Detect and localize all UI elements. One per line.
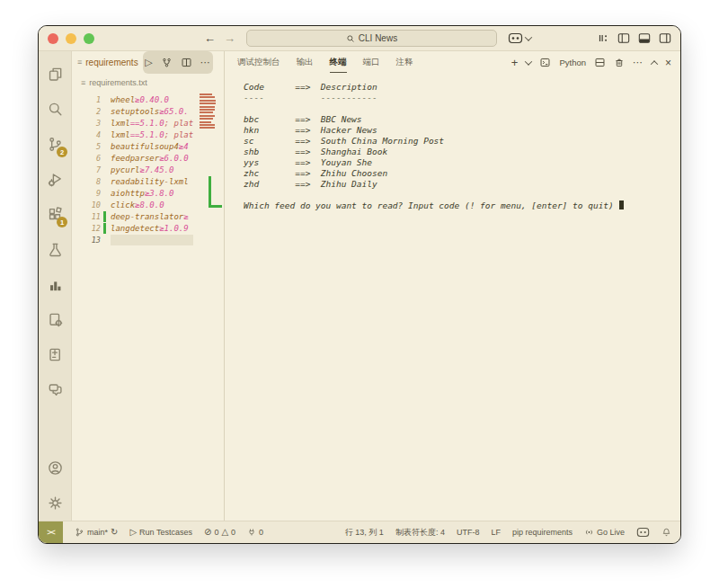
line-number[interactable]: 7	[72, 165, 101, 174]
warnings-count: 0	[231, 528, 235, 537]
more-actions-icon[interactable]: ⋯	[200, 58, 211, 67]
close-window-button[interactable]	[48, 33, 58, 44]
panel-more-actions-icon[interactable]: ⋯	[633, 58, 644, 67]
comments-icon[interactable]	[41, 372, 68, 407]
line-number[interactable]: 11	[72, 212, 101, 221]
line-number[interactable]: 12	[72, 224, 101, 233]
run-file-button[interactable]: ▷	[145, 58, 152, 67]
titlebar: ← → CLI News	[39, 26, 680, 51]
git-change-indicator	[103, 165, 106, 175]
code-text: lxml==5.1.0; plat	[111, 118, 193, 129]
run-testcases-label: Run Testcases	[139, 528, 192, 537]
vscode-window: ← → CLI News	[38, 25, 681, 544]
nav-forward-button[interactable]: →	[224, 31, 235, 45]
plug-icon	[247, 527, 256, 538]
testing-beaker-icon[interactable]	[41, 232, 68, 267]
code-text: lxml==5.1.0; plat	[111, 129, 193, 140]
file-gear-icon[interactable]	[41, 302, 68, 337]
minimap[interactable]	[198, 92, 221, 521]
code-text: wheel≥0.40.0	[111, 94, 193, 105]
minimap-mark	[200, 121, 211, 123]
encoding-item[interactable]: UTF-8	[457, 528, 480, 537]
terminal-output[interactable]: Code ==> Description ---- ----------- bb…	[244, 82, 680, 211]
problems-item[interactable]: ⊘ 0 △ 0	[204, 528, 235, 537]
code-editor[interactable]: 1wheel≥0.40.02setuptools≥65.0.3lxml==5.1…	[72, 92, 224, 521]
go-live-item[interactable]: Go Live	[584, 527, 625, 538]
extensions-icon[interactable]: 1	[41, 197, 68, 232]
tab-size-item[interactable]: 制表符长度: 4	[395, 527, 445, 539]
remote-indicator[interactable]: ><	[39, 521, 63, 543]
file-plus-icon[interactable]	[41, 337, 68, 372]
source-control-icon[interactable]: 2	[41, 127, 68, 162]
explorer-icon[interactable]	[41, 57, 68, 92]
line-number[interactable]: 2	[72, 107, 101, 116]
ports-count: 0	[259, 528, 263, 537]
copilot-status-item[interactable]	[636, 527, 650, 538]
errors-icon: ⊘	[204, 528, 211, 537]
play-icon: ▷	[129, 528, 137, 537]
branch-status-item[interactable]: main* ↻	[75, 527, 118, 538]
sync-icon[interactable]: ↻	[111, 528, 118, 537]
tab-requirements[interactable]: ≡ requirements	[72, 51, 143, 74]
breadcrumb-filename: requirements.txt	[89, 78, 147, 87]
toggle-primary-sidebar-icon[interactable]	[617, 32, 630, 44]
minimap-mark	[200, 94, 212, 95]
toggle-secondary-sidebar-icon[interactable]	[659, 32, 671, 44]
account-icon[interactable]	[41, 450, 68, 486]
run-testcases-item[interactable]: ▷ Run Testcases	[129, 528, 192, 537]
notifications-item[interactable]	[661, 527, 671, 538]
search-icon	[346, 34, 355, 43]
terminal-dropdown-chevron-icon[interactable]	[525, 58, 532, 65]
git-change-indicator	[103, 223, 106, 234]
branch-fork-icon[interactable]	[161, 57, 173, 68]
desktop: { "titlebar": { "search_text": "CLI News…	[0, 0, 719, 588]
line-number[interactable]: 13	[72, 236, 101, 245]
panel-tab[interactable]: 注释	[396, 52, 413, 73]
minimap-mark	[200, 96, 215, 98]
customize-layout-icon[interactable]	[597, 32, 609, 44]
panel-tab[interactable]: 端口	[363, 52, 380, 73]
search-sidebar-icon[interactable]	[41, 92, 68, 127]
breadcrumb[interactable]: ≡ requirements.txt	[72, 74, 224, 92]
copilot-menu-button[interactable]	[508, 32, 531, 44]
line-number[interactable]: 3	[72, 119, 101, 128]
panel-tab[interactable]: 终端	[330, 52, 347, 73]
line-number[interactable]: 5	[72, 142, 101, 151]
split-terminal-icon[interactable]	[594, 57, 606, 68]
minimize-window-button[interactable]	[66, 33, 76, 44]
eol-item[interactable]: LF	[491, 528, 501, 537]
nav-back-button[interactable]: ←	[204, 31, 216, 45]
line-number[interactable]: 8	[72, 177, 101, 186]
ports-item[interactable]: 0	[247, 527, 263, 538]
kill-terminal-trash-icon[interactable]	[614, 57, 625, 68]
new-terminal-button[interactable]: +	[511, 57, 519, 68]
scm-badge: 2	[57, 147, 67, 157]
split-editor-icon[interactable]	[181, 57, 192, 68]
git-change-indicator	[103, 129, 106, 140]
bar-chart-icon[interactable]	[41, 267, 68, 302]
terminal-panel: 调试控制台输出终端端口注释 + Python ⋯ × Code ==> Desc…	[225, 51, 680, 521]
line-number[interactable]: 10	[72, 200, 101, 209]
shell-label[interactable]: Python	[559, 58, 586, 67]
settings-gear-icon[interactable]	[41, 486, 68, 521]
language-mode-item[interactable]: pip requirements	[512, 528, 573, 537]
minimap-mark	[200, 124, 215, 126]
toggle-panel-icon[interactable]	[638, 32, 651, 44]
terminal-content[interactable]: Code ==> Description ---- ----------- bb…	[225, 74, 680, 521]
zoom-window-button[interactable]	[84, 33, 94, 44]
panel-tab[interactable]: 输出	[297, 52, 314, 73]
maximize-panel-chevron-icon[interactable]	[651, 60, 658, 67]
run-debug-icon[interactable]	[41, 162, 68, 197]
line-number[interactable]: 6	[72, 154, 101, 163]
line-number[interactable]: 1	[72, 95, 101, 104]
line-number[interactable]: 4	[72, 130, 101, 139]
branch-name: main*	[87, 528, 108, 537]
git-change-indicator	[103, 118, 106, 129]
file-icon: ≡	[81, 79, 85, 87]
panel-tab[interactable]: 调试控制台	[237, 52, 280, 73]
close-panel-icon[interactable]: ×	[665, 58, 671, 68]
line-number[interactable]: 9	[72, 189, 101, 198]
command-center-search[interactable]: CLI News	[246, 30, 497, 47]
git-change-indicator	[103, 141, 106, 152]
line-col-item[interactable]: 行 13, 列 1	[345, 527, 384, 539]
